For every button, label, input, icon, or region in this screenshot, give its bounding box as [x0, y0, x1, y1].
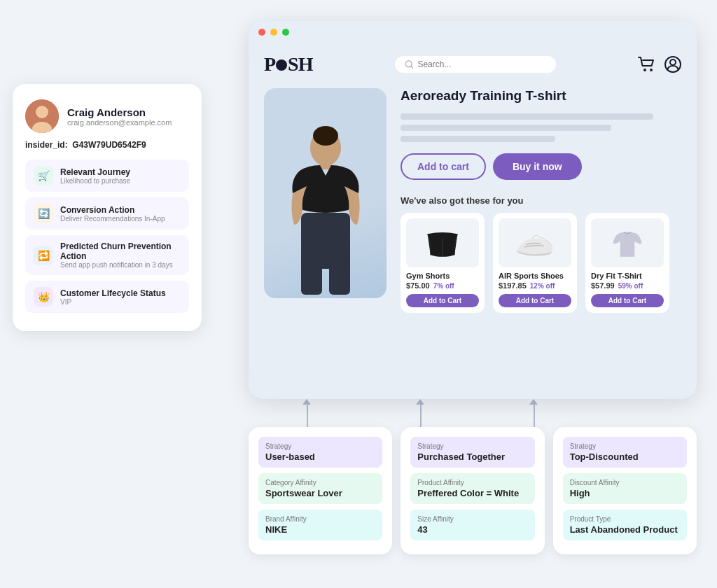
strategy-badge-label: Strategy — [417, 442, 527, 450]
svg-line-4 — [411, 66, 413, 69]
strategy-badge-value: Top-Discounted — [570, 451, 680, 462]
info-text: Relevant Journey Likelihood to purchase — [60, 167, 130, 185]
strategy-badge: Discount Affinity High — [563, 473, 687, 504]
search-bar[interactable] — [395, 56, 556, 73]
info-label: Conversion Action — [60, 205, 165, 215]
info-sub: Likelihood to purchase — [60, 177, 130, 185]
strategy-badge: Brand Affinity NIKE — [258, 510, 382, 540]
strategy-cards: Strategy User-based Category Affinity Sp… — [249, 427, 697, 554]
strategy-badge-label: Size Affinity — [417, 515, 527, 523]
reco-item-image — [591, 218, 664, 267]
reco-items: Gym Shorts $75.00 7% off Add to Cart AIR… — [401, 213, 681, 313]
product-title: Aeroready Training T-shirt — [401, 88, 681, 104]
svg-point-8 — [670, 59, 676, 65]
info-label: Customer Lifecycle Status — [60, 288, 166, 298]
strategy-badge: Category Affinity Sportswear Lover — [258, 473, 382, 504]
strategy-badge-label: Product Affinity — [417, 479, 527, 486]
info-item: 👑 Customer Lifecycle Status VIP — [25, 281, 189, 313]
strategy-badge-value: NIKE — [265, 524, 375, 535]
reco-item-image — [499, 218, 571, 267]
browser-close-dot — [258, 29, 265, 36]
strategy-badge-value: 43 — [417, 524, 527, 535]
strategy-badge-label: Discount Affinity — [570, 479, 680, 486]
reco-price-row: $75.00 7% off — [406, 281, 479, 290]
product-buttons: Add to cart Buy it now — [401, 153, 681, 180]
product-model-image — [280, 109, 371, 298]
strategy-badge-label: Strategy — [265, 442, 375, 450]
cart-icon[interactable] — [638, 57, 656, 72]
desc-line-2 — [401, 125, 611, 131]
info-icon: 🛒 — [34, 166, 53, 186]
info-text: Conversion Action Deliver Recommendation… — [60, 205, 165, 223]
info-label: Predicted Churn Prevention Action — [60, 241, 181, 261]
reco-price-row: $57.99 59% off — [591, 281, 664, 290]
reco-item: AIR Sports Shoes $197.85 12% off Add to … — [493, 213, 577, 313]
add-to-cart-button[interactable]: Add to cart — [401, 153, 486, 180]
info-text: Customer Lifecycle Status VIP — [60, 288, 166, 306]
reco-price-row: $197.85 12% off — [499, 281, 571, 290]
info-sub: Deliver Recommendations In-App — [60, 215, 165, 223]
strategy-badge-value: Sportswear Lover — [265, 488, 375, 498]
insider-id-value: G43W79UD6542F9 — [72, 140, 146, 150]
user-name: Craig Anderson — [67, 106, 172, 118]
reco-off: 59% off — [618, 282, 643, 290]
reco-item-name: Gym Shorts — [406, 272, 479, 280]
strategy-badge-label: Category Affinity — [265, 479, 375, 486]
reco-item-name: Dry Fit T-Shirt — [591, 272, 664, 280]
shop-header: PSH — [264, 53, 681, 76]
shop-logo: PSH — [264, 53, 312, 76]
arrow-line-2 — [420, 402, 422, 427]
strategy-badge-value: Last Abandoned Product — [570, 524, 680, 535]
strategy-badge-label: Strategy — [570, 442, 680, 450]
buy-it-now-button[interactable]: Buy it now — [493, 153, 582, 180]
strategy-badge-value: Purchased Together — [417, 451, 527, 462]
product-area: Aeroready Training T-shirt Add to cart B… — [264, 88, 681, 313]
user-profile-card: Craig Anderson craig.anderson@example.co… — [13, 84, 202, 331]
reco-label: We've also got these for you — [401, 195, 681, 206]
logo-dot — [276, 59, 287, 71]
search-input[interactable] — [417, 59, 545, 69]
avatar — [25, 99, 59, 133]
info-text: Predicted Churn Prevention Action Send a… — [60, 241, 181, 269]
strategy-card-3: Strategy Top-Discounted Discount Affinit… — [553, 427, 697, 554]
info-items: 🛒 Relevant Journey Likelihood to purchas… — [25, 160, 189, 313]
browser-window: PSH — [249, 21, 697, 399]
info-item: 🔄 Conversion Action Deliver Recommendati… — [25, 197, 189, 230]
user-info: Craig Anderson craig.anderson@example.co… — [67, 106, 172, 127]
desc-line-1 — [401, 113, 653, 120]
reco-item: Dry Fit T-Shirt $57.99 59% off Add to Ca… — [585, 213, 669, 313]
info-icon: 🔁 — [34, 246, 53, 265]
user-id-row: insider_id: G43W79UD6542F9 — [25, 140, 189, 150]
svg-rect-11 — [320, 160, 331, 169]
shop-content: PSH — [249, 43, 697, 399]
reco-add-to-cart-button[interactable]: Add to Cart — [591, 294, 664, 307]
product-desc-lines — [401, 113, 681, 142]
product-image-box — [264, 88, 387, 298]
strategy-card-2: Strategy Purchased Together Product Affi… — [401, 427, 544, 554]
user-header: Craig Anderson craig.anderson@example.co… — [25, 99, 189, 133]
arrow-line-1 — [307, 402, 308, 427]
strategy-badge-label: Brand Affinity — [265, 515, 375, 523]
dry-fit-tshirt-image — [603, 222, 652, 264]
strategy-badge: Product Type Last Abandoned Product — [563, 510, 687, 540]
browser-min-dot — [270, 29, 277, 36]
strategy-badge-value: High — [570, 488, 680, 498]
strategy-badge: Strategy Top-Discounted — [563, 437, 687, 468]
arrow-head-1 — [302, 399, 311, 405]
user-icon[interactable] — [664, 56, 681, 73]
reco-off: 12% off — [530, 282, 555, 290]
info-sub: Send app push notification in 3 days — [60, 261, 181, 269]
info-icon: 🔄 — [34, 204, 53, 223]
info-item: 🛒 Relevant Journey Likelihood to purchas… — [25, 160, 189, 192]
reco-price: $57.99 — [591, 281, 615, 290]
svg-rect-14 — [329, 246, 350, 295]
arrow-head-3 — [529, 399, 538, 405]
info-item: 🔁 Predicted Churn Prevention Action Send… — [25, 235, 189, 275]
reco-add-to-cart-button[interactable]: Add to Cart — [406, 294, 479, 307]
reco-add-to-cart-button[interactable]: Add to Cart — [499, 294, 571, 307]
reco-item-name: AIR Sports Shoes — [499, 272, 571, 280]
browser-bar — [249, 21, 697, 43]
strategy-badge-value: Preffered Color = White — [417, 488, 527, 498]
reco-price: $197.85 — [499, 281, 527, 290]
svg-rect-13 — [301, 246, 322, 295]
